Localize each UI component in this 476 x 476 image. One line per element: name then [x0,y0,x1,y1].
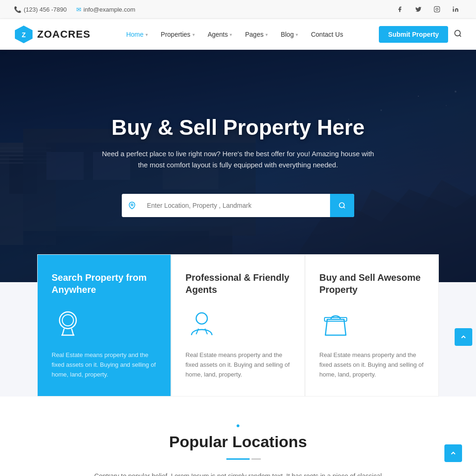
feature-desc-search: Real Estate means property and the fixed… [52,350,157,379]
phone-number: (123) 456 -7890 [24,6,67,13]
award-icon [52,307,84,339]
email-info: ✉ info@example.com [76,6,135,13]
feature-title-search: Search Property from Anywhere [52,271,157,296]
svg-point-3 [453,7,454,7]
popular-locations-desc: Contrary to popular belief, Lorem Ipsum … [94,471,382,476]
top-bar: 📞 (123) 456 -7890 ✉ info@example.com [0,0,476,19]
linkedin-icon[interactable] [449,3,462,16]
feature-title-agents: Professional & Friendly Agents [185,271,291,296]
search-toggle-icon[interactable] [454,29,462,40]
svg-line-38 [72,329,73,335]
feature-card-buysell: Buy and Sell Awesome Property Real Estat… [305,254,439,397]
nav-item-blog[interactable]: Blog ▾ [275,27,304,42]
main-nav: Home ▾ Properties ▾ Agents ▾ Pages ▾ Blo… [120,27,349,42]
feature-card-agents: Professional & Friendly Agents Real Esta… [171,254,305,397]
svg-line-37 [62,329,64,335]
search-submit-button[interactable] [330,194,354,217]
instagram-icon[interactable] [430,3,443,16]
shopping-bag-icon [319,307,352,339]
pages-dropdown-arrow: ▾ [265,32,268,37]
svg-point-32 [131,204,133,206]
svg-point-6 [455,30,460,36]
nav-item-home[interactable]: Home ▾ [120,27,153,42]
section-underline [226,458,250,460]
agents-dropdown-arrow: ▾ [230,32,232,37]
feature-desc-buysell: Real Estate means property and the fixed… [319,350,424,379]
nav-item-agents[interactable]: Agents ▾ [202,27,238,42]
svg-point-33 [339,203,344,208]
scroll-to-top-button-2[interactable] [444,444,462,462]
phone-icon: 📞 [14,6,21,13]
logo[interactable]: Z ZOACRES [14,25,91,44]
email-icon: ✉ [76,6,81,13]
svg-point-36 [62,315,73,326]
svg-rect-2 [453,8,454,12]
person-icon [185,307,218,339]
properties-dropdown-arrow: ▾ [192,32,195,37]
svg-line-7 [459,35,461,36]
scroll-to-top-button[interactable] [455,328,472,346]
blog-dropdown-arrow: ▾ [296,32,298,37]
hero-title: Buy & Sell Property Here [99,115,377,140]
header: Z ZOACRES Home ▾ Properties ▾ Agents ▾ P… [0,19,476,50]
property-search-input[interactable] [142,194,330,217]
nav-item-pages[interactable]: Pages ▾ [239,27,273,42]
feature-card-search: Search Property from Anywhere Real Estat… [37,254,171,397]
social-links [393,3,462,16]
location-icon [122,194,142,217]
hero-subtitle: Need a perfect place to live right now? … [99,148,377,171]
hero-search-bar [122,194,354,217]
popular-locations-title: Popular Locations [37,433,439,451]
top-bar-left: 📞 (123) 456 -7890 ✉ info@example.com [14,6,135,13]
feature-desc-agents: Real Estate means property and the fixed… [185,350,291,379]
email-address: info@example.com [84,6,135,13]
nav-item-properties[interactable]: Properties ▾ [155,27,200,42]
svg-line-34 [344,207,345,208]
hero-content: Buy & Sell Property Here Need a perfect … [80,115,396,171]
svg-rect-0 [434,7,440,12]
twitter-icon[interactable] [412,3,425,16]
home-dropdown-arrow: ▾ [145,32,148,37]
header-right: Submit Property [379,26,462,43]
popular-locations-section: Popular Locations Contrary to popular be… [0,397,476,476]
logo-icon: Z [14,25,33,44]
phone-info: 📞 (123) 456 -7890 [14,6,67,13]
nav-item-contact[interactable]: Contact Us [305,27,349,42]
hero-section: Buy & Sell Property Here Need a perfect … [0,50,476,282]
svg-text:Z: Z [22,31,26,39]
feature-cards: Search Property from Anywhere Real Estat… [37,254,439,397]
submit-property-button[interactable]: Submit Property [379,26,448,43]
section-dot [237,424,239,427]
svg-point-40 [196,313,207,324]
facebook-icon[interactable] [393,3,406,16]
feature-title-buysell: Buy and Sell Awesome Property [319,271,424,296]
logo-text: ZOACRES [37,28,91,40]
